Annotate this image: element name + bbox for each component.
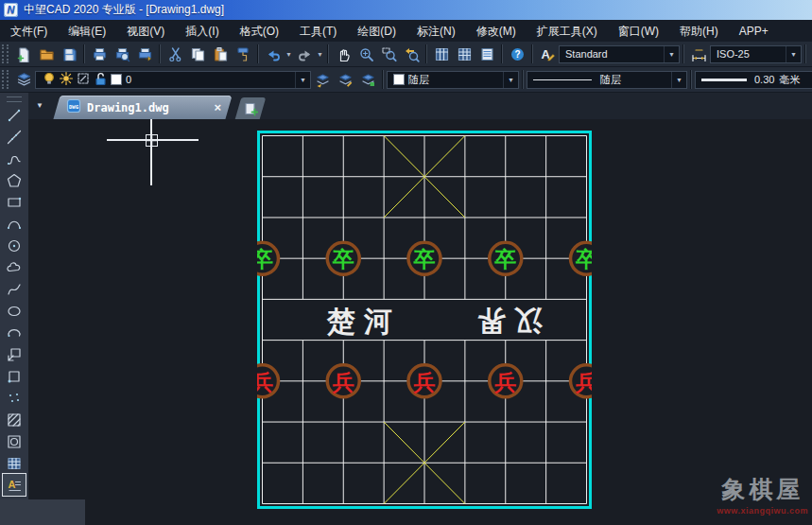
circle-tool-button[interactable]	[3, 235, 26, 256]
dim-style-combo[interactable]: ISO-25 ▼	[710, 45, 802, 63]
menu-item-window[interactable]: 窗口(W)	[608, 21, 669, 42]
chevron-down-icon[interactable]: ▼	[786, 46, 801, 62]
properties-palette-button[interactable]	[430, 44, 453, 64]
menu-item-help[interactable]: 帮助(H)	[669, 21, 729, 42]
plot-frame-icon[interactable]	[76, 71, 91, 88]
unlock-icon[interactable]	[93, 71, 108, 88]
chess-piece[interactable]: 卒	[408, 242, 441, 274]
tab-close-icon[interactable]: ×	[214, 100, 221, 114]
save-button[interactable]	[58, 44, 80, 64]
svg-text:兵: 兵	[257, 370, 273, 394]
toolbar-grip[interactable]	[2, 70, 9, 89]
xline-tool-button[interactable]	[3, 126, 26, 148]
chess-piece[interactable]: 卒	[571, 242, 593, 274]
hatch-tool-button[interactable]	[3, 409, 26, 430]
print-preview-button[interactable]	[111, 44, 133, 64]
menu-item-draw[interactable]: 绘图(D)	[347, 21, 406, 42]
menu-item-modify[interactable]: 修改(M)	[466, 21, 527, 42]
color-control-combo[interactable]: 随层 ▼	[387, 71, 519, 89]
toolbar-grip[interactable]	[2, 44, 9, 63]
redo-dropdown-icon[interactable]: ▼	[316, 51, 324, 58]
xiangqi-board-svg[interactable]: 楚河汉界卒卒卒卒卒兵兵兵兵兵	[257, 131, 592, 509]
menu-item-express-tools[interactable]: 扩展工具(X)	[527, 21, 608, 42]
chevron-down-icon[interactable]: ▼	[295, 72, 310, 88]
tab-drawing1[interactable]: DWG Drawing1.dwg ×	[53, 96, 232, 119]
layer-isolate-button[interactable]	[356, 69, 379, 90]
text-style-combo[interactable]: Standard ▼	[559, 45, 680, 63]
toolbar-grip[interactable]	[7, 96, 22, 102]
tab-list-button[interactable]: ▼	[36, 101, 43, 110]
layer-color-swatch[interactable]	[111, 74, 122, 85]
chevron-down-icon[interactable]: ▼	[671, 72, 686, 88]
drawing-canvas[interactable]: 楚河汉界卒卒卒卒卒兵兵兵兵兵 象棋屋 www.xiangqiwu.com	[28, 119, 812, 525]
chess-piece[interactable]: 卒	[257, 242, 279, 274]
new-tab-button[interactable]	[235, 97, 267, 119]
chevron-down-icon[interactable]: ▼	[503, 72, 518, 88]
open-folder-button[interactable]	[35, 44, 58, 64]
chevron-down-icon[interactable]: ▼	[664, 46, 679, 62]
arc-tool-button[interactable]	[3, 213, 26, 235]
freeze-sun-icon[interactable]	[59, 71, 74, 88]
point-tool-button[interactable]	[3, 387, 26, 409]
polygon-tool-button[interactable]	[3, 169, 26, 191]
chess-piece[interactable]: 兵	[257, 365, 279, 397]
svg-text:兵: 兵	[332, 370, 354, 394]
tool-palette-button[interactable]	[453, 44, 475, 64]
table-tool-button[interactable]	[3, 452, 26, 474]
zoom-previous-button[interactable]	[400, 44, 423, 64]
bulb-icon[interactable]	[42, 71, 57, 88]
layer-previous-button[interactable]	[311, 69, 334, 90]
svg-text:兵: 兵	[493, 370, 516, 394]
layer-states-button[interactable]	[334, 69, 356, 90]
undo-dropdown-icon[interactable]: ▼	[285, 51, 293, 58]
menu-item-dimension[interactable]: 标注(N)	[406, 21, 466, 42]
mtext-tool-button[interactable]: A	[3, 474, 26, 496]
format-painter-button[interactable]	[232, 44, 254, 64]
menu-item-tools[interactable]: 工具(T)	[289, 21, 347, 42]
ellipse-arc-tool-button[interactable]	[3, 322, 26, 343]
chess-piece[interactable]: 卒	[490, 242, 522, 274]
app-logo-icon[interactable]: N	[4, 3, 18, 17]
help-button[interactable]: ?	[506, 44, 528, 64]
zoom-realtime-button[interactable]	[354, 44, 377, 64]
make-block-tool-button[interactable]	[3, 365, 26, 387]
pan-button[interactable]	[332, 44, 354, 64]
cut-button[interactable]	[164, 44, 186, 64]
print-button[interactable]	[88, 44, 111, 64]
redo-button[interactable]	[293, 44, 316, 64]
chess-piece[interactable]: 卒	[327, 242, 359, 274]
chess-piece[interactable]: 兵	[327, 365, 359, 397]
layer-control-combo[interactable]: 0 ▼	[35, 71, 311, 89]
polyline-tool-button[interactable]	[3, 148, 26, 169]
donut-tool-button[interactable]	[3, 430, 26, 452]
menu-item-view[interactable]: 视图(V)	[116, 21, 175, 42]
layers-icon[interactable]	[12, 69, 35, 90]
chess-piece[interactable]: 兵	[490, 365, 522, 397]
chess-piece[interactable]: 兵	[408, 365, 441, 397]
paste-button[interactable]	[209, 44, 232, 64]
sheet-set-button[interactable]	[475, 44, 498, 64]
chess-piece[interactable]: 兵	[571, 365, 593, 397]
menu-item-app-plus[interactable]: APP+	[729, 21, 779, 42]
insert-block-tool-button[interactable]	[3, 343, 26, 365]
zoom-window-button[interactable]	[377, 44, 400, 64]
xiangqi-board[interactable]: 楚河汉界卒卒卒卒卒兵兵兵兵兵	[257, 131, 592, 509]
undo-button[interactable]	[262, 44, 285, 64]
plot-button[interactable]	[133, 44, 156, 64]
dim-style-icon[interactable]	[687, 44, 710, 64]
text-style-icon[interactable]: A	[536, 44, 559, 64]
rectangle-tool-button[interactable]	[3, 191, 26, 213]
new-file-button[interactable]	[12, 44, 35, 64]
line-tool-button[interactable]	[3, 104, 26, 126]
menu-item-insert[interactable]: 插入(I)	[175, 21, 229, 42]
ellipse-tool-button[interactable]	[3, 300, 26, 322]
menu-item-format[interactable]: 格式(O)	[230, 21, 289, 42]
copy-button[interactable]	[186, 44, 209, 64]
linetype-control-combo[interactable]: 随层 ▼	[527, 71, 687, 89]
menu-item-file[interactable]: 文件(F)	[0, 21, 58, 42]
lineweight-control-combo[interactable]: 0.30 毫米	[695, 71, 812, 89]
spline-tool-button[interactable]	[3, 278, 26, 300]
revcloud-tool-button[interactable]	[3, 256, 26, 278]
menu-item-edit[interactable]: 编辑(E)	[58, 21, 116, 42]
draw-toolbar-dock: A	[0, 93, 28, 525]
